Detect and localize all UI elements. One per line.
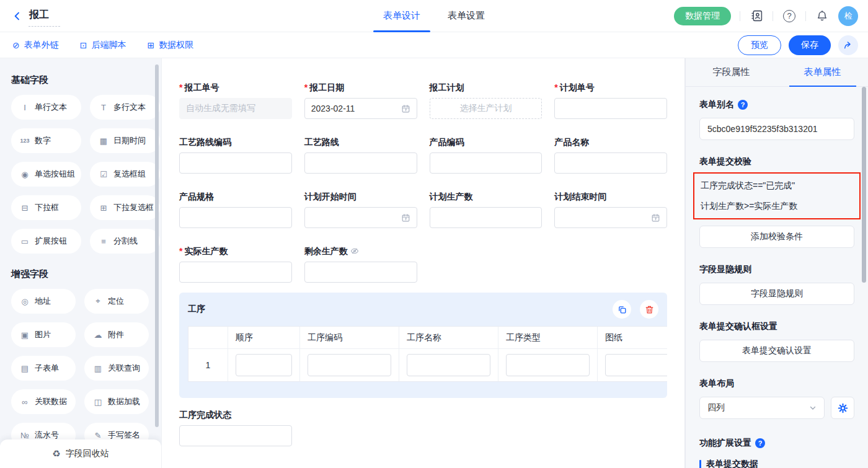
form-field[interactable]: 产品规格: [179, 191, 292, 228]
sidebar-field-item[interactable]: ∞关联数据: [11, 389, 76, 414]
field-label-row: *实际生产数: [179, 245, 292, 257]
layout-select[interactable]: 四列: [699, 397, 825, 419]
preview-button[interactable]: 预览: [738, 35, 781, 55]
input-value: 2023-02-11: [311, 104, 355, 113]
sidebar-field-item[interactable]: ⊟下拉框: [11, 195, 81, 220]
save-button[interactable]: 保存: [789, 35, 831, 55]
share-button[interactable]: [838, 35, 858, 55]
subform-cell-input[interactable]: [605, 354, 667, 376]
backend-script-link[interactable]: ⊡后端脚本: [80, 40, 126, 51]
back-nav[interactable]: 报工: [12, 5, 60, 27]
data-permission-link[interactable]: ⊞数据权限: [147, 40, 193, 51]
field-input[interactable]: [554, 98, 667, 119]
copy-icon[interactable]: [613, 300, 631, 319]
sidebar-field-item[interactable]: ☁附件: [84, 322, 149, 347]
panel-scrollbar[interactable]: [862, 87, 866, 283]
form-field[interactable]: 报工计划选择生产计划: [430, 82, 542, 119]
delete-icon[interactable]: [640, 300, 658, 319]
form-field[interactable]: 剩余生产数: [304, 245, 417, 283]
field-input[interactable]: [304, 152, 417, 174]
field-type-icon: ☑: [99, 170, 108, 179]
add-validation-button[interactable]: 添加校验条件: [699, 226, 854, 248]
sidebar-field-item[interactable]: ☑复选框组: [90, 162, 160, 187]
form-field[interactable]: 工序完成状态: [179, 409, 292, 465]
bell-icon[interactable]: [815, 9, 830, 24]
sidebar-field-item[interactable]: ≡分割线: [90, 229, 160, 254]
field-input[interactable]: [179, 425, 292, 446]
data-manage-button[interactable]: 数据管理: [674, 7, 731, 25]
form-field[interactable]: 产品编码: [430, 136, 542, 174]
sidebar-field-item[interactable]: ⊞下拉复选框: [90, 195, 160, 220]
tab-form-settings[interactable]: 表单设置: [448, 0, 485, 32]
field-input[interactable]: [430, 207, 542, 228]
validation-rule[interactable]: 计划生产数>=实际生产数: [701, 196, 853, 216]
field-type-label: 数字: [35, 135, 51, 146]
sidebar-field-item[interactable]: ◎地址: [11, 289, 76, 314]
sidebar-field-item[interactable]: ⌖定位: [84, 289, 149, 314]
user-avatar[interactable]: 检: [838, 6, 858, 26]
field-input[interactable]: [304, 207, 417, 228]
form-field[interactable]: *报工日期2023-02-11: [304, 82, 417, 119]
form-alias-input[interactable]: 5cbc0e919f52235f3b313201: [699, 118, 854, 140]
field-input[interactable]: [179, 262, 292, 283]
field-library-sidebar: 基础字段I单行文本T多行文本123数字▦日期时间◉单选按钮组☑复选框组⊟下拉框⊞…: [0, 58, 161, 468]
form-field[interactable]: *实际生产数: [179, 245, 292, 283]
sidebar-field-item[interactable]: ▣图片: [11, 322, 76, 347]
subform-column-header: 图纸: [598, 327, 667, 349]
sidebar-field-item[interactable]: T多行文本: [90, 95, 160, 120]
field-label: 产品名称: [554, 136, 589, 148]
field-input[interactable]: [554, 207, 667, 228]
form-field[interactable]: 工艺路线编码: [179, 136, 292, 174]
field-input[interactable]: 自动生成无需填写: [179, 98, 292, 119]
form-field[interactable]: 计划开始时间: [304, 191, 417, 228]
field-type-icon: 123: [20, 138, 30, 144]
form-field[interactable]: 产品名称: [554, 136, 667, 174]
subform-block[interactable]: 工序 顺序工序编码工序名称工序类型图纸 1: [179, 293, 667, 398]
sidebar-field-item[interactable]: ▦日期时间: [90, 128, 160, 153]
form-field[interactable]: *计划单号: [554, 82, 667, 119]
field-input[interactable]: [179, 152, 292, 174]
data-permission-icon: ⊞: [147, 40, 154, 50]
form-field[interactable]: 计划结束时间: [554, 191, 667, 228]
sidebar-scrollbar[interactable]: [155, 64, 159, 427]
tab-form-design[interactable]: 表单设计: [383, 0, 420, 32]
form-field[interactable]: 工艺路线: [304, 136, 417, 174]
visibility-rules-button[interactable]: 字段显隐规则: [699, 283, 854, 305]
subform-column-header: 工序名称: [399, 327, 498, 349]
sidebar-field-item[interactable]: ▤子表单: [11, 356, 76, 381]
field-input[interactable]: [179, 207, 292, 228]
confirm-setting-button[interactable]: 表单提交确认设置: [699, 340, 854, 362]
sidebar-field-item[interactable]: ▥关联查询: [84, 356, 149, 381]
help-icon[interactable]: ?: [782, 9, 797, 24]
sidebar-field-item[interactable]: ◫数据加载: [84, 389, 149, 414]
sidebar-field-item[interactable]: 123数字: [11, 128, 81, 153]
subform-cell-input[interactable]: [407, 354, 490, 376]
field-recycle-bin[interactable]: ♻ 字段回收站: [0, 439, 161, 468]
field-input[interactable]: 选择生产计划: [430, 98, 542, 119]
page-title[interactable]: 报工: [29, 9, 60, 27]
sidebar-field-item[interactable]: ◉单选按钮组: [11, 162, 81, 187]
subform-table: 顺序工序编码工序名称工序类型图纸 1: [188, 326, 667, 382]
required-asterisk: *: [179, 245, 182, 257]
visibility-label: 字段显隐规则: [699, 264, 854, 275]
field-input[interactable]: [304, 262, 417, 283]
field-input[interactable]: [430, 152, 542, 174]
field-input[interactable]: [554, 152, 667, 174]
layout-settings-button[interactable]: [831, 397, 854, 419]
field-type-icon: ⌖: [93, 296, 103, 306]
field-input[interactable]: 2023-02-11: [304, 98, 417, 119]
help-icon[interactable]: ?: [738, 100, 748, 110]
contacts-icon[interactable]: [749, 9, 764, 24]
form-field[interactable]: *报工单号自动生成无需填写: [179, 82, 292, 119]
sidebar-field-item[interactable]: ▭扩展按钮: [11, 229, 81, 254]
sidebar-field-item[interactable]: I单行文本: [11, 95, 81, 120]
form-external-link[interactable]: ⊘表单外链: [12, 40, 59, 51]
form-field[interactable]: 计划生产数: [430, 191, 542, 228]
subform-cell-input[interactable]: [308, 354, 391, 376]
help-icon[interactable]: ?: [755, 438, 765, 448]
validation-rule[interactable]: 工序完成状态=="已完成": [701, 175, 853, 196]
subform-cell-input[interactable]: [236, 354, 292, 376]
tab-field-properties[interactable]: 字段属性: [686, 58, 777, 86]
subform-cell-input[interactable]: [506, 354, 590, 376]
tab-form-properties[interactable]: 表单属性: [777, 58, 868, 86]
